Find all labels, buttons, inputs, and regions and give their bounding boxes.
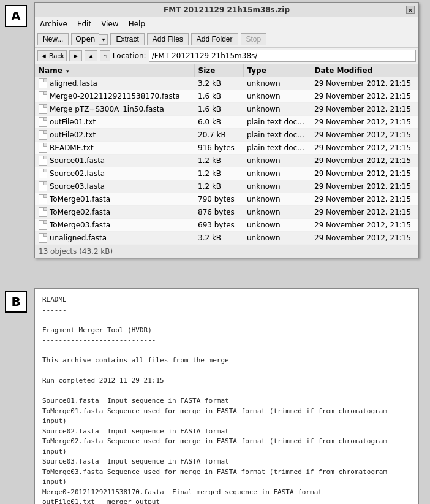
file-name: README.txt bbox=[35, 142, 194, 155]
file-name: ToMerge02.fasta bbox=[35, 206, 194, 219]
file-type: plain text doc… bbox=[243, 142, 311, 155]
file-name: aligned.fasta bbox=[35, 77, 194, 90]
file-size: 1.2 kB bbox=[194, 180, 243, 193]
file-type: unknown bbox=[243, 219, 311, 232]
file-icon bbox=[39, 104, 47, 114]
add-folder-button[interactable]: Add Folder bbox=[191, 33, 238, 45]
file-date: 29 November 2012, 21:15 bbox=[311, 232, 418, 245]
table-row[interactable]: Source02.fasta1.2 kBunknown29 November 2… bbox=[35, 167, 418, 180]
col-size[interactable]: Size bbox=[194, 64, 243, 77]
file-icon bbox=[39, 220, 47, 230]
file-date: 29 November 2012, 21:15 bbox=[311, 129, 418, 142]
file-icon bbox=[39, 91, 47, 101]
file-icon bbox=[39, 169, 47, 178]
table-row[interactable]: Source01.fasta1.2 kBunknown29 November 2… bbox=[35, 155, 418, 167]
location-field[interactable]: /FMT 20121129 21h15m38s/ bbox=[149, 50, 416, 62]
file-size: 1.2 kB bbox=[194, 167, 243, 180]
menu-archive[interactable]: Archive bbox=[37, 18, 70, 29]
open-arrow[interactable]: ▾ bbox=[99, 34, 108, 45]
file-type: unknown bbox=[243, 77, 311, 90]
table-row[interactable]: aligned.fasta3.2 kBunknown29 November 20… bbox=[35, 77, 418, 90]
file-icon bbox=[39, 156, 47, 166]
col-type[interactable]: Type bbox=[243, 64, 311, 77]
location-label: Location: bbox=[113, 52, 146, 60]
file-type: unknown bbox=[243, 232, 311, 245]
file-name: ToMerge01.fasta bbox=[35, 193, 194, 206]
file-icon bbox=[39, 78, 47, 88]
file-table: Name ▾ Size Type Date Modified aligned.f… bbox=[35, 64, 418, 245]
back-button[interactable]: ◄ Back bbox=[37, 50, 67, 61]
file-list: Name ▾ Size Type Date Modified aligned.f… bbox=[35, 64, 418, 245]
file-date: 29 November 2012, 21:15 bbox=[311, 180, 418, 193]
new-button[interactable]: New... bbox=[37, 33, 69, 45]
table-row[interactable]: ToMerge02.fasta876 bytesunknown29 Novemb… bbox=[35, 206, 418, 219]
file-date: 29 November 2012, 21:15 bbox=[311, 193, 418, 206]
col-date[interactable]: Date Modified bbox=[311, 64, 418, 77]
file-name: Merge pTZ+S300A_1in50.fasta bbox=[35, 103, 194, 116]
add-files-button[interactable]: Add Files bbox=[147, 33, 189, 45]
open-button-group: Open ▾ bbox=[71, 33, 108, 45]
file-type: plain text doc… bbox=[243, 116, 311, 129]
file-manager-window: FMT 20121129 21h15m38s.zip × Archive Edi… bbox=[34, 2, 419, 258]
col-name[interactable]: Name ▾ bbox=[35, 64, 194, 77]
table-row[interactable]: Source03.fasta1.2 kBunknown29 November 2… bbox=[35, 180, 418, 193]
table-header-row: Name ▾ Size Type Date Modified bbox=[35, 64, 418, 77]
table-row[interactable]: README.txt916 bytesplain text doc…29 Nov… bbox=[35, 142, 418, 155]
file-type: unknown bbox=[243, 103, 311, 116]
file-icon bbox=[39, 207, 47, 217]
table-row[interactable]: Merge pTZ+S300A_1in50.fasta1.6 kBunknown… bbox=[35, 103, 418, 116]
table-row[interactable]: outFile01.txt6.0 kBplain text doc…29 Nov… bbox=[35, 116, 418, 129]
file-name: Source02.fasta bbox=[35, 167, 194, 180]
file-icon bbox=[39, 117, 47, 127]
title-bar: FMT 20121129 21h15m38s.zip × bbox=[35, 3, 418, 17]
file-size: 1.6 kB bbox=[194, 103, 243, 116]
table-row[interactable]: Merge0-20121129211538170.fasta1.6 kBunkn… bbox=[35, 90, 418, 103]
file-icon bbox=[39, 194, 47, 204]
file-icon bbox=[39, 233, 47, 243]
file-date: 29 November 2012, 21:15 bbox=[311, 90, 418, 103]
up-button[interactable]: ▲ bbox=[85, 50, 97, 61]
label-a: A bbox=[5, 5, 27, 27]
file-date: 29 November 2012, 21:15 bbox=[311, 142, 418, 155]
forward-button[interactable]: ► bbox=[69, 50, 82, 61]
file-icon bbox=[39, 130, 47, 140]
file-size: 20.7 kB bbox=[194, 129, 243, 142]
menu-view[interactable]: View bbox=[99, 18, 121, 29]
file-type: unknown bbox=[243, 155, 311, 167]
file-size: 876 bytes bbox=[194, 206, 243, 219]
file-size: 3.2 kB bbox=[194, 232, 243, 245]
status-bar: 13 objects (43.2 kB) bbox=[35, 245, 418, 258]
readme-content: README ------ Fragment Merger Tool (HVDR… bbox=[42, 295, 411, 504]
label-b: B bbox=[5, 291, 27, 313]
file-name: ToMerge03.fasta bbox=[35, 219, 194, 232]
file-size: 6.0 kB bbox=[194, 116, 243, 129]
file-type: unknown bbox=[243, 90, 311, 103]
file-name: outFile02.txt bbox=[35, 129, 194, 142]
sort-indicator: ▾ bbox=[66, 68, 69, 74]
file-type: plain text doc… bbox=[243, 129, 311, 142]
open-button[interactable]: Open bbox=[71, 33, 99, 45]
file-date: 29 November 2012, 21:15 bbox=[311, 167, 418, 180]
file-size: 3.2 kB bbox=[194, 77, 243, 90]
file-date: 29 November 2012, 21:15 bbox=[311, 219, 418, 232]
menu-help[interactable]: Help bbox=[126, 18, 148, 29]
table-row[interactable]: unaligned.fasta3.2 kBunknown29 November … bbox=[35, 232, 418, 245]
menu-edit[interactable]: Edit bbox=[75, 18, 94, 29]
file-type: unknown bbox=[243, 193, 311, 206]
window-title: FMT 20121129 21h15m38s.zip bbox=[47, 6, 406, 14]
file-type: unknown bbox=[243, 167, 311, 180]
file-name: outFile01.txt bbox=[35, 116, 194, 129]
table-row[interactable]: ToMerge01.fasta790 bytesunknown29 Novemb… bbox=[35, 193, 418, 206]
file-date: 29 November 2012, 21:15 bbox=[311, 103, 418, 116]
file-size: 916 bytes bbox=[194, 142, 243, 155]
file-icon bbox=[39, 143, 47, 153]
file-name: Merge0-20121129211538170.fasta bbox=[35, 90, 194, 103]
extract-button[interactable]: Extract bbox=[110, 33, 144, 45]
readme-panel: README ------ Fragment Merger Tool (HVDR… bbox=[34, 288, 419, 504]
stop-button[interactable]: Stop bbox=[241, 33, 267, 45]
table-row[interactable]: ToMerge03.fasta693 bytesunknown29 Novemb… bbox=[35, 219, 418, 232]
close-button[interactable]: × bbox=[406, 6, 415, 14]
home-button[interactable]: ⌂ bbox=[100, 50, 110, 61]
file-date: 29 November 2012, 21:15 bbox=[311, 116, 418, 129]
table-row[interactable]: outFile02.txt20.7 kBplain text doc…29 No… bbox=[35, 129, 418, 142]
